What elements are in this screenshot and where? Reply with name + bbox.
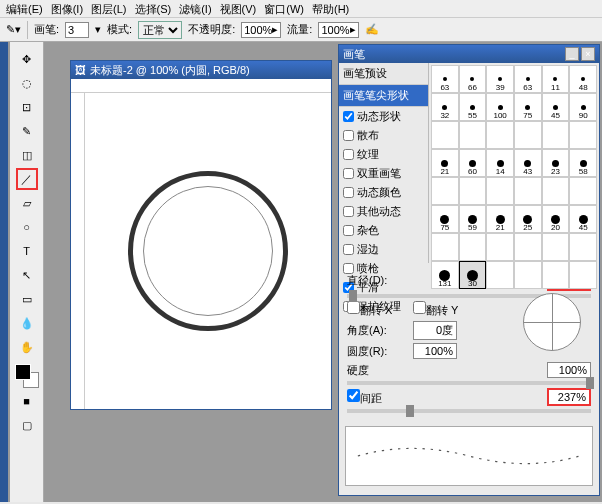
tool-hand[interactable]: ✋ bbox=[16, 336, 38, 358]
menu-select[interactable]: 选择(S) bbox=[135, 2, 172, 15]
minimize-icon[interactable]: _ bbox=[565, 47, 579, 61]
tool-path[interactable]: ↖ bbox=[16, 264, 38, 286]
opt-other-dynamics[interactable]: 其他动态 bbox=[339, 202, 428, 221]
menu-image[interactable]: 图像(I) bbox=[51, 2, 83, 15]
tool-crop[interactable]: ⊡ bbox=[16, 96, 38, 118]
panel-titlebar[interactable]: 画笔 _ × bbox=[339, 45, 599, 63]
brush-thumb[interactable] bbox=[569, 177, 597, 205]
menu-layer[interactable]: 图层(L) bbox=[91, 2, 126, 15]
brush-thumb[interactable]: 45 bbox=[542, 93, 570, 121]
brush-size-input[interactable] bbox=[65, 22, 89, 38]
brush-thumb[interactable] bbox=[514, 261, 542, 289]
opt-noise[interactable]: 杂色 bbox=[339, 221, 428, 240]
tool-brush[interactable]: ✎ bbox=[16, 120, 38, 142]
opacity-value[interactable]: 100% ▸ bbox=[241, 22, 281, 38]
brush-thumb[interactable]: 25 bbox=[514, 205, 542, 233]
canvas[interactable] bbox=[85, 93, 331, 409]
brush-thumb[interactable] bbox=[542, 121, 570, 149]
tool-pencil[interactable]: ／ bbox=[16, 168, 38, 190]
roundness-value[interactable]: 100% bbox=[413, 343, 457, 359]
brush-thumb[interactable]: 21 bbox=[431, 149, 459, 177]
tab-brush-presets[interactable]: 画笔预设 bbox=[339, 63, 428, 85]
brush-thumb[interactable]: 30 bbox=[459, 261, 487, 289]
menu-edit[interactable]: 编辑(E) bbox=[6, 2, 43, 15]
spacing-value[interactable]: 237% bbox=[547, 388, 591, 406]
tool-type[interactable]: T bbox=[16, 240, 38, 262]
brush-thumb[interactable]: 60 bbox=[459, 149, 487, 177]
tool-eyedrop[interactable]: 💧 bbox=[16, 312, 38, 334]
brush-thumb[interactable] bbox=[569, 121, 597, 149]
brush-thumb[interactable] bbox=[514, 177, 542, 205]
opt-scattering[interactable]: 散布 bbox=[339, 126, 428, 145]
opt-shape-dynamics[interactable]: 动态形状 bbox=[339, 107, 428, 126]
brush-thumb[interactable] bbox=[542, 177, 570, 205]
tool-move[interactable]: ✥ bbox=[16, 48, 38, 70]
brush-thumb[interactable]: 23 bbox=[542, 149, 570, 177]
opt-dual-brush[interactable]: 双重画笔 bbox=[339, 164, 428, 183]
brush-thumb[interactable]: 63 bbox=[431, 65, 459, 93]
tool-lasso[interactable]: ◌ bbox=[16, 72, 38, 94]
brush-thumb[interactable] bbox=[459, 233, 487, 261]
brush-thumb[interactable]: 59 bbox=[459, 205, 487, 233]
brush-thumb[interactable] bbox=[486, 233, 514, 261]
brush-thumb[interactable] bbox=[542, 233, 570, 261]
document-titlebar[interactable]: 🖼 未标题-2 @ 100% (内圆, RGB/8) bbox=[71, 61, 331, 79]
brush-thumb[interactable]: 90 bbox=[569, 93, 597, 121]
close-icon[interactable]: × bbox=[581, 47, 595, 61]
tool-screen[interactable]: ▢ bbox=[16, 414, 38, 436]
angle-value[interactable]: 0度 bbox=[413, 321, 457, 340]
brush-thumb[interactable]: 39 bbox=[486, 65, 514, 93]
brush-thumb[interactable] bbox=[514, 233, 542, 261]
tool-eraser[interactable]: ◫ bbox=[16, 144, 38, 166]
ruler-vertical[interactable] bbox=[71, 93, 85, 409]
tool-shape[interactable]: ▭ bbox=[16, 288, 38, 310]
hardness-slider[interactable] bbox=[347, 381, 591, 385]
brush-thumb[interactable] bbox=[431, 177, 459, 205]
brush-thumb[interactable] bbox=[486, 121, 514, 149]
brush-thumb[interactable]: 48 bbox=[569, 65, 597, 93]
brush-thumb[interactable]: 75 bbox=[514, 93, 542, 121]
brush-thumb[interactable]: 75 bbox=[431, 205, 459, 233]
angle-compass[interactable] bbox=[523, 293, 581, 351]
opt-color-dynamics[interactable]: 动态颜色 bbox=[339, 183, 428, 202]
brush-thumb[interactable]: 43 bbox=[514, 149, 542, 177]
flip-y[interactable]: 翻转 Y bbox=[413, 301, 473, 318]
brush-thumb[interactable] bbox=[569, 261, 597, 289]
flow-value[interactable]: 100% ▸ bbox=[318, 22, 358, 38]
brush-thumb[interactable] bbox=[569, 233, 597, 261]
brush-thumb[interactable] bbox=[459, 121, 487, 149]
brush-thumb[interactable] bbox=[514, 121, 542, 149]
brush-thumb[interactable] bbox=[431, 233, 459, 261]
brush-thumb[interactable]: 32 bbox=[431, 93, 459, 121]
brush-thumb[interactable]: 14 bbox=[486, 149, 514, 177]
brush-thumb[interactable]: 58 bbox=[569, 149, 597, 177]
brush-thumb[interactable] bbox=[459, 177, 487, 205]
brush-thumb[interactable]: 20 bbox=[542, 205, 570, 233]
brush-thumb[interactable] bbox=[542, 261, 570, 289]
opt-texture[interactable]: 纹理 bbox=[339, 145, 428, 164]
spacing-slider[interactable] bbox=[347, 409, 591, 413]
hardness-value[interactable]: 100% bbox=[547, 362, 591, 378]
brush-thumb[interactable]: 55 bbox=[459, 93, 487, 121]
opt-wet-edges[interactable]: 湿边 bbox=[339, 240, 428, 259]
brush-thumb[interactable]: 63 bbox=[514, 65, 542, 93]
spacing-check[interactable]: 间距 bbox=[347, 389, 407, 406]
brush-thumb[interactable] bbox=[431, 121, 459, 149]
brush-thumb[interactable]: 66 bbox=[459, 65, 487, 93]
brush-thumb[interactable]: 131 bbox=[431, 261, 459, 289]
flip-x[interactable]: 翻转 X bbox=[347, 301, 407, 318]
brush-thumb[interactable] bbox=[486, 177, 514, 205]
menu-window[interactable]: 窗口(W) bbox=[264, 2, 304, 15]
tool-gradient[interactable]: ▱ bbox=[16, 192, 38, 214]
brush-thumb[interactable]: 11 bbox=[542, 65, 570, 93]
menu-help[interactable]: 帮助(H) bbox=[312, 2, 349, 15]
airbrush-icon[interactable]: ✍ bbox=[365, 23, 379, 36]
mode-select[interactable]: 正常 bbox=[138, 21, 182, 39]
brush-thumb[interactable]: 100 bbox=[486, 93, 514, 121]
tab-brush-tip-shape[interactable]: 画笔笔尖形状 bbox=[339, 85, 428, 107]
tool-preset-icon[interactable]: ✎▾ bbox=[6, 23, 21, 36]
brush-thumb[interactable] bbox=[486, 261, 514, 289]
brush-thumb[interactable]: 45 bbox=[569, 205, 597, 233]
dropdown-icon[interactable]: ▾ bbox=[95, 23, 101, 36]
tool-mode[interactable]: ■ bbox=[16, 390, 38, 412]
